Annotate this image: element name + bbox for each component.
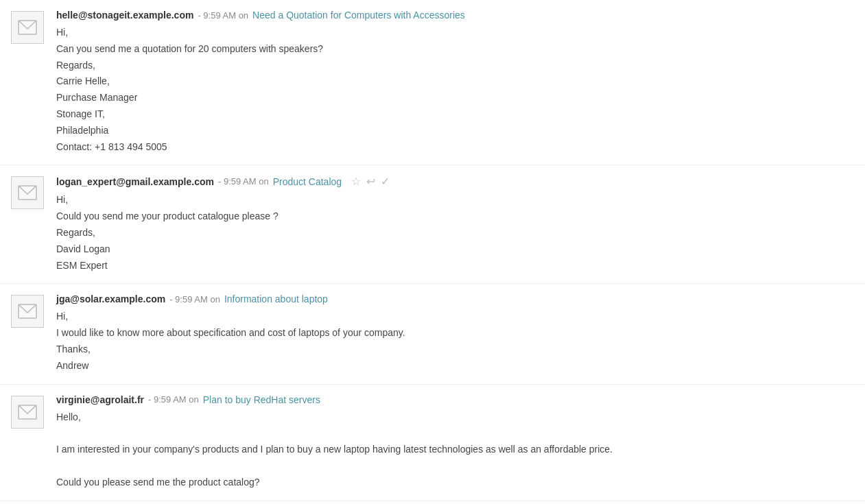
body-line [56,425,854,442]
body-line: Andrew [56,358,854,374]
email-list: helle@stonageit.example.com- 9:59 AM onN… [0,0,865,501]
envelope-icon [18,405,37,420]
avatar [11,176,44,209]
body-line: Carrie Helle, [56,73,854,90]
email-content: jga@solar.example.com- 9:59 AM onInforma… [56,293,854,374]
envelope-icon [18,20,37,35]
email-header: jga@solar.example.com- 9:59 AM onInforma… [56,293,854,304]
body-line: Thanks, [56,341,854,358]
reply-icon[interactable]: ↩ [366,175,375,188]
action-icons: ☆↩✓ [351,175,390,188]
email-body: Hello, I am interested in your company's… [56,409,854,491]
body-line: Hi, [56,192,854,208]
body-line: Regards, [56,58,854,74]
email-meta: - 9:59 AM on [198,10,248,21]
avatar [11,295,44,328]
body-line: ESM Expert [56,258,854,274]
email-body: Hi,I would like to know more about speci… [56,309,854,374]
check-icon[interactable]: ✓ [381,175,390,188]
email-content: helle@stonageit.example.com- 9:59 AM onN… [56,10,854,155]
envelope-icon [18,185,37,200]
star-icon[interactable]: ☆ [351,175,361,188]
email-subject-link[interactable]: Need a Quotation for Computers with Acce… [252,10,465,21]
body-line: Purchase Manager [56,90,854,106]
email-meta: - 9:59 AM on [169,294,220,304]
email-body: Hi,Can you send me a quotation for 20 co… [56,25,854,155]
avatar [11,11,44,44]
email-meta: - 9:59 AM on [218,176,269,187]
sender-email: virginie@agrolait.fr [56,394,144,405]
sender-email: jga@solar.example.com [56,293,165,304]
email-header: helle@stonageit.example.com- 9:59 AM onN… [56,10,854,21]
envelope-icon [18,304,37,319]
email-subject-link[interactable]: Plan to buy RedHat servers [203,394,320,405]
email-subject-link[interactable]: Information about laptop [224,293,328,304]
email-content: logan_expert@gmail.example.com- 9:59 AM … [56,175,854,274]
body-line: Could you send me your product catalogue… [56,208,854,225]
email-item: virginie@agrolait.fr- 9:59 AM onPlan to … [0,385,865,501]
email-meta: - 9:59 AM on [148,394,199,405]
body-line: Can you send me a quotation for 20 compu… [56,41,854,58]
email-subject-link[interactable]: Product Catalog [273,176,342,187]
body-line: Hello, [56,409,854,426]
body-line: Contact: +1 813 494 5005 [56,139,854,156]
email-header: logan_expert@gmail.example.com- 9:59 AM … [56,175,854,188]
body-line: Hi, [56,25,854,41]
body-line: David Logan [56,241,854,258]
email-body: Hi,Could you send me your product catalo… [56,192,854,274]
email-item: logan_expert@gmail.example.com- 9:59 AM … [0,165,865,284]
body-line: I am interested in your company's produc… [56,442,854,458]
body-line [56,458,854,475]
email-item: jga@solar.example.com- 9:59 AM onInforma… [0,284,865,384]
body-line: Could you please send me the product cat… [56,475,854,491]
body-line: Regards, [56,225,854,241]
body-line: Stonage IT, [56,106,854,123]
sender-email: helle@stonageit.example.com [56,10,193,21]
body-line: Philadelphia [56,123,854,139]
email-item: helle@stonageit.example.com- 9:59 AM onN… [0,0,865,165]
body-line: I would like to know more about specific… [56,325,854,341]
body-line: Hi, [56,309,854,325]
avatar [11,396,44,429]
sender-email: logan_expert@gmail.example.com [56,176,214,187]
email-header: virginie@agrolait.fr- 9:59 AM onPlan to … [56,394,854,405]
email-content: virginie@agrolait.fr- 9:59 AM onPlan to … [56,394,854,491]
